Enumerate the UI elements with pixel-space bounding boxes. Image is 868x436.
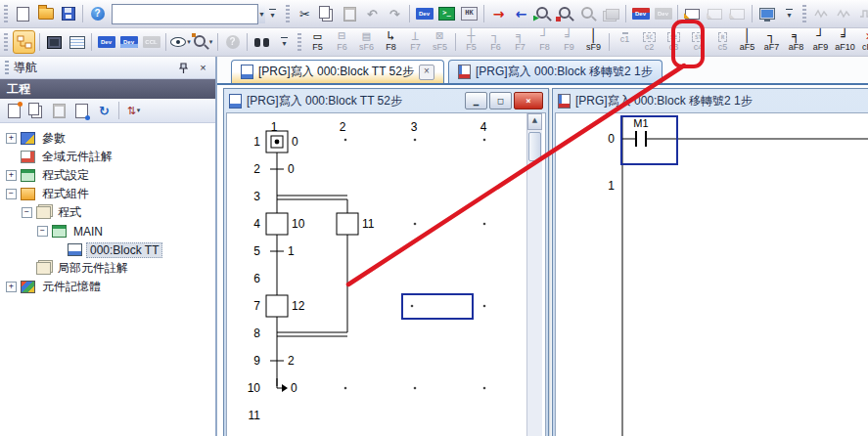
navigation-toggle-button[interactable] [13, 30, 35, 54]
open-project-button[interactable] [35, 3, 56, 24]
sfc-step-12[interactable]: 12 [266, 295, 305, 317]
tree-expand-icon[interactable]: − [37, 226, 48, 237]
sfc-corner-af10-button[interactable]: ╛aF10 [834, 29, 856, 55]
toolbar-grip[interactable] [4, 5, 8, 22]
tree-item-block-tt[interactable]: +000:Block TT [4, 240, 215, 259]
nav-new-item-button[interactable] [4, 100, 24, 121]
tree-item-pou[interactable]: −程式組件 [4, 185, 215, 203]
toolbar1-overflow-button[interactable]: ▾ [262, 3, 283, 24]
sfc-transition-0[interactable]: 0 [270, 162, 295, 176]
nav-sort-button[interactable]: ⇅▾ [123, 100, 144, 121]
list-view-button[interactable] [67, 31, 87, 53]
device-list-button[interactable]: Dev [118, 31, 139, 53]
sfc-delete-line-cf9-button[interactable]: ✕cF9 [858, 29, 868, 55]
tree-item-local-device-comment[interactable]: +局部元件註解 [4, 259, 215, 278]
quick-access-combo[interactable]: ▼ [112, 4, 258, 24]
tab-block-transition2[interactable]: [PRG]寫入 000:Block 移轉號2 1步 [448, 60, 662, 83]
help-button[interactable]: ? [87, 3, 108, 24]
sfc-editor-canvas[interactable]: 1 2 3 4 1 2 3 4 5 6 7 8 [227, 113, 526, 436]
close-icon[interactable]: × [514, 92, 543, 109]
monitor-stop-button[interactable] [556, 3, 576, 24]
toolbar-grip[interactable] [286, 5, 290, 22]
sfc-c1-button[interactable]: c1 [614, 29, 636, 55]
toolbar-grip[interactable] [4, 33, 8, 51]
tree-expand-icon[interactable]: − [22, 207, 32, 218]
tree-item-program[interactable]: −程式 [4, 203, 215, 222]
nav-copy-button[interactable] [26, 100, 47, 121]
sfc-jump-arrow[interactable]: 0 [277, 378, 297, 395]
tree-item-program-setting[interactable]: +程式設定 [4, 166, 215, 185]
tree-expand-icon[interactable]: − [6, 189, 17, 199]
sfc-transition-2[interactable]: 2 [270, 354, 295, 368]
sfc-block-sf6-button[interactable]: ▤sF6 [355, 29, 378, 55]
device-display-button[interactable]: ▾ [170, 31, 191, 53]
tree-expand-icon[interactable]: + [6, 282, 17, 292]
sfc-step-f5-button[interactable]: ▭F5 [306, 29, 329, 55]
scrollbar-thumb[interactable] [528, 132, 541, 161]
ladder-contact-m1[interactable]: M1 [633, 117, 648, 147]
ladder-selection-cursor[interactable] [621, 116, 677, 164]
pc-parameter-button[interactable] [756, 3, 777, 24]
tree-expand-icon[interactable]: + [6, 133, 17, 144]
copy-button[interactable] [317, 3, 338, 24]
module-configuration-button[interactable] [44, 31, 65, 53]
ladder-corner-f9-button[interactable]: ╛F9 [558, 29, 580, 55]
tab-block-tt[interactable]: [PRG]寫入 000:Block TT 52步 × [231, 60, 444, 83]
sfc-corner-af8-button[interactable]: ╕aF8 [785, 29, 807, 55]
sfc-se-c3-button[interactable]: SEc3 [662, 29, 685, 55]
tab-close-icon[interactable]: × [419, 65, 434, 80]
minimize-icon[interactable]: ▁ [465, 92, 487, 109]
ladder-vline-sf9-button[interactable]: │sF9 [582, 29, 605, 55]
ladder-corner-f6-button[interactable]: ┐F6 [484, 29, 507, 55]
device-test-button[interactable]: Dev [630, 3, 651, 24]
monitor-terminal-button[interactable]: >_ [436, 3, 457, 24]
ladder-editor-canvas[interactable]: 0 1 M1 [556, 113, 868, 436]
ladder-contact-f5-button[interactable]: ┼F5 [460, 29, 482, 55]
ladder-corner-f7-button[interactable]: ╕F7 [509, 29, 531, 55]
monitor-start-button[interactable] [533, 3, 554, 24]
sfc-sc-c2-button[interactable]: SCc2 [638, 29, 661, 55]
sfc-r-c5-button[interactable]: Rc5 [711, 29, 734, 55]
sfc-vertical-scrollbar[interactable]: ▲ [526, 113, 542, 436]
sfc-st-c4-button[interactable]: STc4 [687, 29, 709, 55]
sfc-window-titlebar[interactable]: [PRG]寫入 000:Block TT 52步 ▁ □ × [226, 91, 546, 112]
device-search-button[interactable]: ▾ [193, 31, 213, 53]
sfc-step-11[interactable]: 11 [337, 213, 375, 235]
tree-item-global-device-comment[interactable]: +全域元件註解 [4, 148, 215, 166]
save-project-button[interactable] [58, 3, 78, 24]
tree-item-device-memory[interactable]: +元件記憶體 [4, 278, 215, 296]
sfc-vline-af5-button[interactable]: │aF5 [736, 29, 758, 55]
comment-display-button[interactable] [682, 3, 703, 24]
close-icon[interactable]: × [196, 61, 210, 75]
sfc-block-f6-button[interactable]: ⊟F6 [331, 29, 353, 55]
toolbar1-mid-overflow-button[interactable]: ▾ [779, 3, 799, 24]
find-replace-button[interactable] [251, 31, 272, 53]
toolbar-grip[interactable] [297, 33, 301, 51]
nav-refresh-button[interactable]: ↻ [94, 100, 114, 121]
sfc-corner-af7-button[interactable]: ┐aF7 [760, 29, 783, 55]
toolbar-grip[interactable] [802, 5, 806, 22]
device-comment-button[interactable]: Dev [96, 31, 116, 53]
sfc-initial-step[interactable]: 0 [266, 131, 298, 153]
pin-icon[interactable] [176, 61, 191, 75]
sfc-end-step-sf5-button[interactable]: ⊠sF5 [429, 29, 451, 55]
scroll-up-icon[interactable]: ▲ [527, 113, 542, 130]
io-system-setting-button[interactable]: HK [459, 3, 480, 24]
new-project-button[interactable] [13, 3, 33, 24]
cut-button[interactable]: ✂ [295, 3, 315, 24]
nav-property-button[interactable] [71, 100, 92, 121]
device-find-button[interactable]: Dev [414, 3, 434, 24]
ladder-window-titlebar[interactable]: [PRG]寫入 000:Block 移轉號2 1步 [555, 91, 868, 112]
ladder-corner-f8-button[interactable]: ┘F8 [533, 29, 556, 55]
toolbar-combo-input[interactable] [113, 5, 257, 23]
panel-grip[interactable] [5, 61, 9, 74]
write-to-plc-button[interactable]: → [488, 3, 509, 24]
sfc-jump-f8-button[interactable]: ↳F8 [380, 29, 402, 55]
maximize-icon[interactable]: □ [489, 92, 512, 109]
read-from-plc-button[interactable]: ← [511, 3, 531, 24]
sfc-transition-1[interactable]: 1 [270, 244, 295, 258]
sfc-step-10[interactable]: 10 [266, 213, 305, 235]
tree-item-parameter[interactable]: +參數 [4, 129, 215, 148]
toolbar2-overflow-button[interactable]: ▾ [274, 31, 295, 53]
tree-expand-icon[interactable]: + [6, 170, 17, 181]
